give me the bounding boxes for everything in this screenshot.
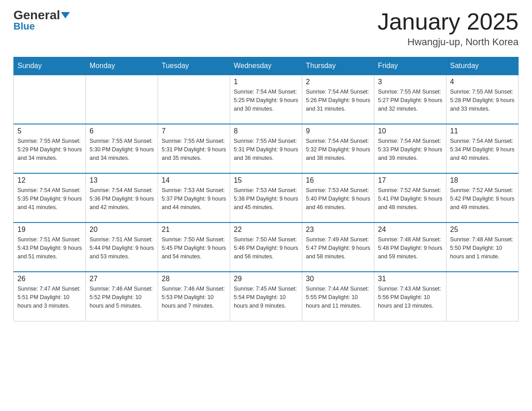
day-number: 29 — [234, 275, 298, 283]
day-number: 31 — [378, 275, 442, 283]
calendar-day-cell: 14Sunrise: 7:53 AM Sunset: 5:37 PM Dayli… — [158, 173, 230, 223]
logo: General Blue — [13, 9, 70, 32]
col-monday: Monday — [86, 57, 158, 75]
day-number: 5 — [17, 127, 82, 135]
calendar-day-cell: 26Sunrise: 7:47 AM Sunset: 5:51 PM Dayli… — [14, 272, 86, 321]
day-number: 1 — [234, 78, 298, 86]
logo-general-text: General — [13, 9, 70, 21]
day-info: Sunrise: 7:54 AM Sunset: 5:36 PM Dayligh… — [90, 186, 154, 211]
day-number: 12 — [17, 176, 82, 184]
day-info: Sunrise: 7:52 AM Sunset: 5:41 PM Dayligh… — [378, 186, 442, 211]
day-info: Sunrise: 7:51 AM Sunset: 5:44 PM Dayligh… — [90, 235, 154, 261]
calendar-day-cell: 9Sunrise: 7:54 AM Sunset: 5:32 PM Daylig… — [302, 124, 374, 173]
day-number: 22 — [234, 226, 298, 234]
calendar-week-row: 12Sunrise: 7:54 AM Sunset: 5:35 PM Dayli… — [14, 173, 519, 223]
day-info: Sunrise: 7:48 AM Sunset: 5:50 PM Dayligh… — [450, 235, 515, 261]
day-info: Sunrise: 7:54 AM Sunset: 5:33 PM Dayligh… — [378, 137, 442, 162]
title-area: January 2025 Hwangju-up, North Korea — [378, 9, 519, 48]
day-info: Sunrise: 7:55 AM Sunset: 5:28 PM Dayligh… — [450, 88, 515, 113]
day-number: 13 — [90, 176, 154, 184]
day-number: 26 — [17, 275, 82, 283]
calendar-day-cell: 7Sunrise: 7:55 AM Sunset: 5:31 PM Daylig… — [158, 124, 230, 173]
calendar-day-cell: 21Sunrise: 7:50 AM Sunset: 5:45 PM Dayli… — [158, 223, 230, 272]
day-number: 23 — [306, 226, 370, 234]
day-number: 2 — [306, 78, 370, 86]
day-info: Sunrise: 7:53 AM Sunset: 5:40 PM Dayligh… — [306, 186, 370, 211]
day-info: Sunrise: 7:55 AM Sunset: 5:27 PM Dayligh… — [378, 88, 442, 113]
day-info: Sunrise: 7:43 AM Sunset: 5:56 PM Dayligh… — [378, 285, 442, 310]
calendar-day-cell: 11Sunrise: 7:54 AM Sunset: 5:34 PM Dayli… — [446, 124, 519, 173]
calendar-day-cell — [86, 75, 158, 124]
day-number: 27 — [90, 275, 154, 283]
day-number: 17 — [378, 176, 442, 184]
calendar-day-cell: 31Sunrise: 7:43 AM Sunset: 5:56 PM Dayli… — [374, 272, 446, 321]
day-info: Sunrise: 7:46 AM Sunset: 5:53 PM Dayligh… — [162, 285, 226, 310]
calendar-day-cell: 6Sunrise: 7:55 AM Sunset: 5:30 PM Daylig… — [86, 124, 158, 173]
calendar-day-cell: 25Sunrise: 7:48 AM Sunset: 5:50 PM Dayli… — [446, 223, 519, 272]
calendar-week-row: 26Sunrise: 7:47 AM Sunset: 5:51 PM Dayli… — [14, 272, 519, 321]
col-thursday: Thursday — [302, 57, 374, 75]
day-info: Sunrise: 7:45 AM Sunset: 5:54 PM Dayligh… — [234, 285, 298, 310]
day-info: Sunrise: 7:55 AM Sunset: 5:31 PM Dayligh… — [162, 137, 226, 162]
calendar-day-cell: 12Sunrise: 7:54 AM Sunset: 5:35 PM Dayli… — [14, 173, 86, 223]
calendar-day-cell: 28Sunrise: 7:46 AM Sunset: 5:53 PM Dayli… — [158, 272, 230, 321]
calendar-day-cell — [446, 272, 519, 321]
day-info: Sunrise: 7:55 AM Sunset: 5:29 PM Dayligh… — [17, 137, 82, 162]
day-info: Sunrise: 7:50 AM Sunset: 5:45 PM Dayligh… — [162, 235, 226, 261]
day-number: 8 — [234, 127, 298, 135]
day-info: Sunrise: 7:48 AM Sunset: 5:48 PM Dayligh… — [378, 235, 442, 261]
calendar-day-cell: 17Sunrise: 7:52 AM Sunset: 5:41 PM Dayli… — [374, 173, 446, 223]
day-number: 24 — [378, 226, 442, 234]
calendar-day-cell: 23Sunrise: 7:49 AM Sunset: 5:47 PM Dayli… — [302, 223, 374, 272]
col-saturday: Saturday — [446, 57, 519, 75]
calendar-header-row: Sunday Monday Tuesday Wednesday Thursday… — [14, 57, 519, 75]
day-info: Sunrise: 7:51 AM Sunset: 5:43 PM Dayligh… — [17, 235, 82, 261]
day-info: Sunrise: 7:54 AM Sunset: 5:34 PM Dayligh… — [450, 137, 515, 162]
calendar-week-row: 19Sunrise: 7:51 AM Sunset: 5:43 PM Dayli… — [14, 223, 519, 272]
day-number: 4 — [450, 78, 515, 86]
day-number: 28 — [162, 275, 226, 283]
calendar-day-cell: 19Sunrise: 7:51 AM Sunset: 5:43 PM Dayli… — [14, 223, 86, 272]
day-number: 3 — [378, 78, 442, 86]
calendar-day-cell: 5Sunrise: 7:55 AM Sunset: 5:29 PM Daylig… — [14, 124, 86, 173]
calendar-day-cell: 1Sunrise: 7:54 AM Sunset: 5:25 PM Daylig… — [230, 75, 302, 124]
location-title: Hwangju-up, North Korea — [378, 36, 519, 48]
calendar-day-cell: 2Sunrise: 7:54 AM Sunset: 5:26 PM Daylig… — [302, 75, 374, 124]
day-info: Sunrise: 7:55 AM Sunset: 5:30 PM Dayligh… — [90, 137, 154, 162]
day-number: 21 — [162, 226, 226, 234]
calendar-day-cell: 27Sunrise: 7:46 AM Sunset: 5:52 PM Dayli… — [86, 272, 158, 321]
page-header: General Blue January 2025 Hwangju-up, No… — [13, 9, 519, 48]
calendar-day-cell: 15Sunrise: 7:53 AM Sunset: 5:38 PM Dayli… — [230, 173, 302, 223]
day-number: 9 — [306, 127, 370, 135]
day-number: 25 — [450, 226, 515, 234]
calendar-day-cell: 24Sunrise: 7:48 AM Sunset: 5:48 PM Dayli… — [374, 223, 446, 272]
col-sunday: Sunday — [14, 57, 86, 75]
day-info: Sunrise: 7:46 AM Sunset: 5:52 PM Dayligh… — [90, 285, 154, 310]
calendar-day-cell: 8Sunrise: 7:55 AM Sunset: 5:31 PM Daylig… — [230, 124, 302, 173]
day-number: 30 — [306, 275, 370, 283]
day-number: 20 — [90, 226, 154, 234]
calendar-day-cell: 29Sunrise: 7:45 AM Sunset: 5:54 PM Dayli… — [230, 272, 302, 321]
calendar-day-cell: 16Sunrise: 7:53 AM Sunset: 5:40 PM Dayli… — [302, 173, 374, 223]
day-number: 19 — [17, 226, 82, 234]
day-number: 14 — [162, 176, 226, 184]
calendar-day-cell: 22Sunrise: 7:50 AM Sunset: 5:46 PM Dayli… — [230, 223, 302, 272]
logo-blue-text: Blue — [13, 21, 35, 32]
calendar-day-cell: 13Sunrise: 7:54 AM Sunset: 5:36 PM Dayli… — [86, 173, 158, 223]
col-friday: Friday — [374, 57, 446, 75]
day-info: Sunrise: 7:54 AM Sunset: 5:32 PM Dayligh… — [306, 137, 370, 162]
col-tuesday: Tuesday — [158, 57, 230, 75]
day-info: Sunrise: 7:53 AM Sunset: 5:37 PM Dayligh… — [162, 186, 226, 211]
col-wednesday: Wednesday — [230, 57, 302, 75]
calendar-day-cell: 10Sunrise: 7:54 AM Sunset: 5:33 PM Dayli… — [374, 124, 446, 173]
logo-arrow-icon — [61, 12, 70, 18]
day-number: 11 — [450, 127, 515, 135]
calendar-week-row: 5Sunrise: 7:55 AM Sunset: 5:29 PM Daylig… — [14, 124, 519, 173]
calendar-table: Sunday Monday Tuesday Wednesday Thursday… — [13, 57, 519, 321]
day-info: Sunrise: 7:50 AM Sunset: 5:46 PM Dayligh… — [234, 235, 298, 261]
calendar-day-cell: 30Sunrise: 7:44 AM Sunset: 5:55 PM Dayli… — [302, 272, 374, 321]
day-number: 16 — [306, 176, 370, 184]
calendar-day-cell: 18Sunrise: 7:52 AM Sunset: 5:42 PM Dayli… — [446, 173, 519, 223]
day-number: 15 — [234, 176, 298, 184]
day-info: Sunrise: 7:44 AM Sunset: 5:55 PM Dayligh… — [306, 285, 370, 310]
